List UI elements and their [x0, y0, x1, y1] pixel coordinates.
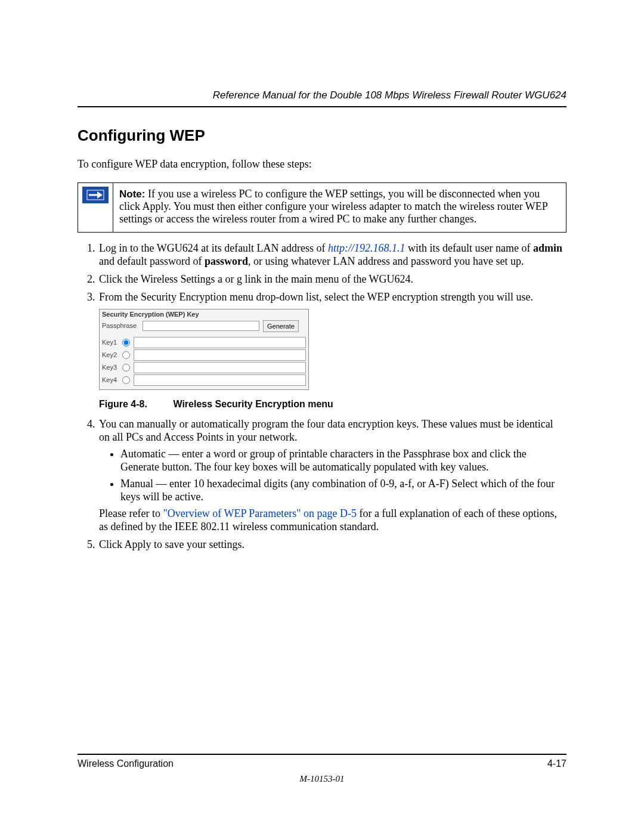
key4-input[interactable]: [134, 374, 306, 386]
bullet-manual: Manual — enter 10 hexadecimal digits (an…: [120, 478, 566, 504]
step-4: You can manually or automatically progra…: [98, 418, 566, 534]
footer-section-name: Wireless Configuration: [78, 758, 174, 769]
step-1-admin: admin: [533, 242, 562, 254]
svg-marker-2: [97, 191, 103, 199]
note-body: If you use a wireless PC to configure th…: [119, 188, 547, 225]
step-5: Click Apply to save your settings.: [98, 538, 566, 552]
step-1: Log in to the WGU624 at its default LAN …: [98, 242, 566, 268]
step-4-refer: Please refer to "Overview of WEP Paramet…: [99, 507, 566, 534]
key2-input[interactable]: [134, 349, 306, 361]
figure-number: Figure 4-8.: [99, 398, 171, 410]
wep-panel-title: Security Encryption (WEP) Key: [102, 311, 306, 318]
intro-paragraph: To configure WEP data encryption, follow…: [78, 158, 566, 171]
running-header: Reference Manual for the Double 108 Mbps…: [78, 89, 566, 107]
figure-caption-text: Wireless Security Encryption menu: [173, 399, 333, 409]
key1-row: Key1: [102, 337, 306, 348]
key3-input[interactable]: [134, 362, 306, 373]
wep-overview-xref[interactable]: "Overview of WEP Parameters" on page D-5: [163, 507, 357, 519]
passphrase-row: Passphrase Generate: [102, 320, 306, 332]
footer-doc-id: M-10153-01: [78, 774, 566, 784]
passphrase-input[interactable]: [143, 321, 259, 331]
key4-radio[interactable]: [122, 376, 130, 384]
step-1-text-d: , or using whatever LAN address and pass…: [248, 255, 524, 267]
key3-row: Key3: [102, 362, 306, 373]
refer-pre: Please refer to: [99, 507, 163, 519]
step-1-text-a: Log in to the WGU624 at its default LAN …: [99, 242, 328, 254]
step-1-text-c: and default password of: [99, 255, 205, 267]
figure-4-8: Security Encryption (WEP) Key Passphrase…: [99, 309, 566, 410]
generate-button[interactable]: Generate: [263, 320, 299, 332]
steps-list: Log in to the WGU624 at its default LAN …: [78, 242, 566, 552]
key1-radio[interactable]: [122, 339, 130, 346]
default-lan-link[interactable]: http://192.168.1.1: [328, 242, 405, 254]
note-label: Note:: [119, 188, 145, 200]
step-1-password: password: [205, 255, 248, 267]
footer-page-number: 4-17: [547, 758, 566, 769]
step-4-bullets: Automatic — enter a word or group of pri…: [110, 448, 566, 504]
note-text: Note: If you use a wireless PC to config…: [113, 183, 566, 232]
key2-label: Key2: [102, 351, 122, 359]
section-title: Configuring WEP: [78, 126, 566, 145]
key4-row: Key4: [102, 374, 306, 386]
passphrase-label: Passphrase: [102, 322, 143, 330]
step-1-text-b: with its default user name of: [405, 242, 533, 254]
key2-radio[interactable]: [122, 351, 130, 359]
wep-key-panel: Security Encryption (WEP) Key Passphrase…: [99, 309, 309, 390]
step-4-lead: You can manually or automatically progra…: [99, 418, 553, 443]
key1-label: Key1: [102, 339, 122, 346]
step-3-text: From the Security Encryption menu drop-d…: [99, 291, 533, 303]
bullet-automatic: Automatic — enter a word or group of pri…: [120, 448, 566, 474]
key3-radio[interactable]: [122, 364, 130, 371]
key3-label: Key3: [102, 364, 122, 371]
figure-caption: Figure 4-8. Wireless Security Encryption…: [99, 398, 566, 410]
key1-input[interactable]: [134, 337, 306, 348]
note-icon-cell: [78, 183, 113, 232]
note-box: Note: If you use a wireless PC to config…: [78, 182, 566, 233]
manual-page: Reference Manual for the Double 108 Mbps…: [0, 0, 644, 833]
key4-label: Key4: [102, 376, 122, 384]
key2-row: Key2: [102, 349, 306, 361]
step-2: Click the Wireless Settings a or g link …: [98, 273, 566, 286]
arrow-right-icon: [82, 187, 109, 203]
step-3: From the Security Encryption menu drop-d…: [98, 291, 566, 410]
page-footer: Wireless Configuration 4-17 M-10153-01: [78, 754, 566, 784]
